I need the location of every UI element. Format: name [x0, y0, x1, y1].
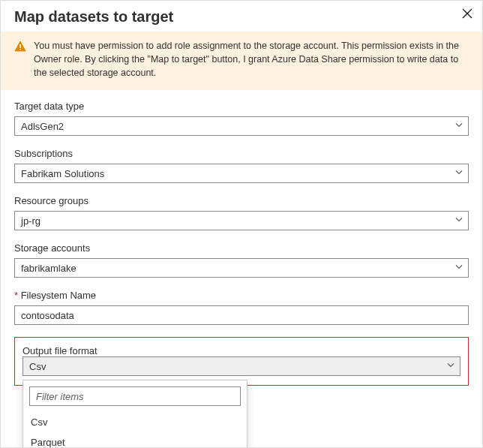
chevron-down-icon [454, 215, 464, 227]
field-target-data-type: Target data type AdlsGen2 [14, 101, 469, 136]
field-storage-accounts: Storage accounts fabrikamlake [14, 242, 469, 278]
label-resource-groups: Resource groups [14, 195, 469, 206]
output-format-dropdown: Filter items Csv Parquet [22, 380, 248, 448]
label-target-data-type: Target data type [14, 101, 469, 112]
select-storage-accounts[interactable]: fabrikamlake [14, 258, 469, 278]
dropdown-filter-placeholder: Filter items [36, 391, 84, 402]
svg-rect-0 [20, 44, 20, 48]
warning-banner: You must have permission to add role ass… [1, 32, 482, 90]
select-target-data-type-value: AdlsGen2 [21, 121, 64, 132]
field-subscriptions: Subscriptions Fabrikam Solutions [14, 148, 469, 183]
svg-rect-1 [20, 49, 20, 50]
form-body: Target data type AdlsGen2 Subscriptions … [1, 90, 482, 399]
select-target-data-type[interactable]: AdlsGen2 [14, 116, 469, 136]
chevron-down-icon [454, 263, 464, 274]
select-resource-groups[interactable]: jp-rg [14, 211, 469, 230]
label-storage-accounts: Storage accounts [14, 242, 469, 254]
select-subscriptions-value: Fabrikam Solutions [21, 168, 104, 179]
dropdown-option-csv[interactable]: Csv [23, 412, 247, 432]
select-resource-groups-value: jp-rg [21, 215, 40, 227]
label-filesystem-name: Filesystem Name [14, 290, 469, 301]
select-output-format[interactable]: Csv [22, 356, 460, 376]
dropdown-filter-input[interactable]: Filter items [29, 386, 241, 406]
dropdown-option-parquet[interactable]: Parquet [23, 432, 247, 448]
output-format-group: Output file format Csv Filter items Csv … [14, 337, 469, 386]
input-filesystem-name-value: contosodata [21, 310, 74, 321]
page-title: Map datasets to target [14, 8, 469, 26]
label-output-format: Output file format [22, 345, 98, 356]
field-filesystem-name: Filesystem Name contosodata [14, 290, 469, 325]
close-icon [462, 8, 472, 21]
chevron-down-icon [454, 121, 464, 132]
panel-header: Map datasets to target [1, 1, 482, 32]
select-output-format-value: Csv [29, 361, 46, 372]
warning-text: You must have permission to add role ass… [34, 39, 469, 80]
warning-icon [14, 41, 26, 80]
chevron-down-icon [454, 168, 464, 179]
chevron-down-icon [446, 361, 455, 372]
label-subscriptions: Subscriptions [14, 148, 469, 159]
field-resource-groups: Resource groups jp-rg [14, 195, 469, 230]
input-filesystem-name[interactable]: contosodata [14, 305, 469, 325]
select-storage-accounts-value: fabrikamlake [21, 263, 76, 274]
select-subscriptions[interactable]: Fabrikam Solutions [14, 164, 469, 183]
close-button[interactable] [457, 4, 478, 25]
